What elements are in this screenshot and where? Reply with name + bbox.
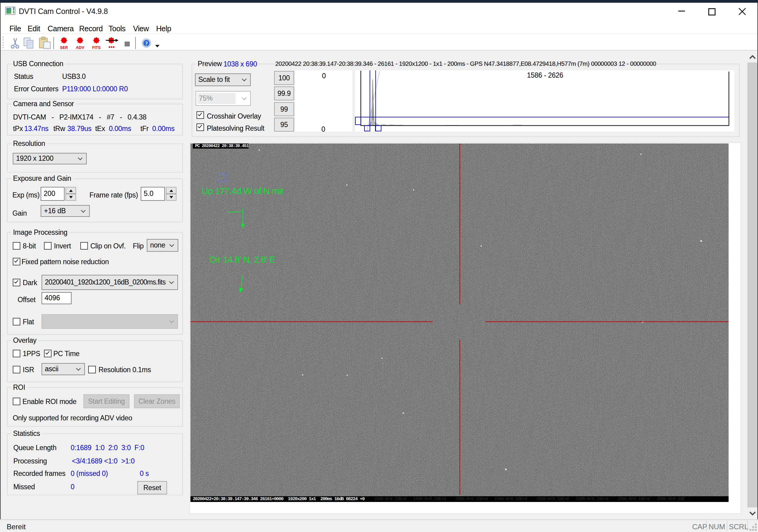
svg-text:ADV: ADV: [76, 45, 84, 50]
svg-text:SER: SER: [60, 45, 68, 50]
svg-text:FITS: FITS: [92, 45, 101, 50]
svg-text:?: ?: [145, 41, 148, 47]
